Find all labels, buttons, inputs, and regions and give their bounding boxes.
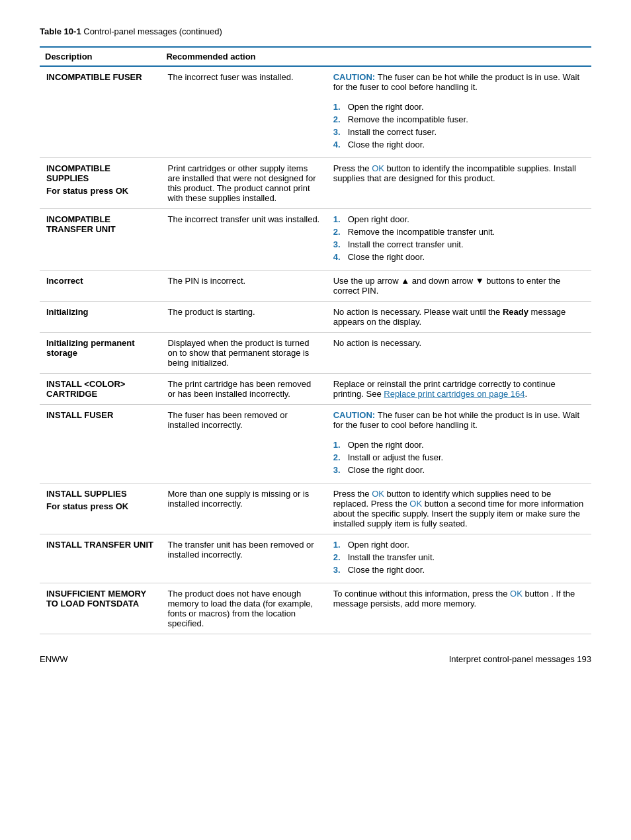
footer-left: ENWW xyxy=(40,654,68,664)
ok-ref: OK xyxy=(510,589,523,599)
step-text: Open the right door. xyxy=(348,440,424,450)
desc-label: INSUFFICIENT MEMORY TO LOAD FONTSDATA xyxy=(46,589,146,609)
step-item: 2.Remove the incompatible transfer unit. xyxy=(333,227,585,237)
col-action-header: Recommended action xyxy=(161,47,326,66)
step-number: 3. xyxy=(333,239,344,249)
table-row: IncorrectThe PIN is incorrect.Use the up… xyxy=(40,271,591,302)
table-row: INCOMPATIBLE TRANSFER UNITThe incorrect … xyxy=(40,209,591,271)
desc-sub-label: For status press OK xyxy=(46,186,154,196)
step-number: 2. xyxy=(333,452,344,462)
action-cell: Displayed when the product is turned on … xyxy=(161,333,326,374)
steps-list: 1.Open right door.2.Install the transfer… xyxy=(333,540,585,575)
table-row: INSUFFICIENT MEMORY TO LOAD FONTSDATAThe… xyxy=(40,583,591,634)
step-item: 4.Close the right door. xyxy=(333,252,585,262)
table-row: INSTALL SUPPLIESFor status press OKMore … xyxy=(40,483,591,534)
desc-sub-label: For status press OK xyxy=(46,501,154,511)
action-cell: The product does not have enough memory … xyxy=(161,583,326,634)
ok-ref-1: OK xyxy=(372,489,384,499)
desc-cell: Initializing permanent storage xyxy=(40,333,161,374)
desc-label: INSTALL <COLOR> CARTRIDGE xyxy=(46,379,125,399)
step-number: 4. xyxy=(333,140,344,149)
steps-list: 1.Open the right door.2.Install or adjus… xyxy=(333,440,585,475)
step-text: Open right door. xyxy=(348,214,409,224)
table-row: INCOMPATIBLE FUSERThe incorrect fuser wa… xyxy=(40,66,591,158)
step-text: Remove the incompatible transfer unit. xyxy=(348,227,495,237)
step-item: 2.Remove the incompatible fuser. xyxy=(333,114,585,124)
action-cell: The incorrect transfer unit was installe… xyxy=(161,209,326,271)
desc-cell: INSTALL TRANSFER UNIT xyxy=(40,534,161,583)
ok-ref-2: OK xyxy=(409,499,422,509)
desc-label: Initializing permanent storage xyxy=(46,338,135,358)
desc-cell: INCOMPATIBLE FUSER xyxy=(40,66,161,158)
step-number: 2. xyxy=(333,114,344,124)
step-item: 4.Close the right door. xyxy=(333,140,585,149)
page-footer: ENWW Interpret control-panel messages 19… xyxy=(40,654,591,664)
step-text: Remove the incompatible fuser. xyxy=(348,114,468,124)
step-item: 2.Install or adjust the fuser. xyxy=(333,452,585,462)
step-item: 3.Close the right door. xyxy=(333,565,585,575)
step-item: 2.Install the transfer unit. xyxy=(333,552,585,562)
table-row: INSTALL TRANSFER UNITThe transfer unit h… xyxy=(40,534,591,583)
step-text: Install the correct transfer unit. xyxy=(348,239,464,249)
action-cell: More than one supply is missing or is in… xyxy=(161,483,326,534)
step-number: 1. xyxy=(333,540,344,550)
step-item: 3.Install the correct fuser. xyxy=(333,127,585,137)
rec-cell: Replace or reinstall the print cartridge… xyxy=(327,374,591,405)
action-cell: The fuser has been removed or installed … xyxy=(161,405,326,483)
desc-label: INCOMPATIBLE SUPPLIES xyxy=(46,163,110,183)
bold-text: Ready xyxy=(503,307,528,317)
step-number: 2. xyxy=(333,227,344,237)
step-text: Close the right door. xyxy=(348,140,425,149)
desc-cell: INSUFFICIENT MEMORY TO LOAD FONTSDATA xyxy=(40,583,161,634)
action-cell: The PIN is incorrect. xyxy=(161,271,326,302)
step-text: Install the transfer unit. xyxy=(348,552,435,562)
rec-cell: No action is necessary. Please wait unti… xyxy=(327,302,591,333)
caution-text: CAUTION: The fuser can be hot while the … xyxy=(333,72,585,92)
desc-label: INSTALL SUPPLIES xyxy=(46,489,127,499)
page-title: Table 10-1 Control-panel messages (conti… xyxy=(40,26,591,36)
step-text: Close the right door. xyxy=(348,465,425,475)
desc-label: Initializing xyxy=(46,307,89,317)
rec-cell: To continue without this information, pr… xyxy=(327,583,591,634)
step-number: 3. xyxy=(333,465,344,475)
rec-link[interactable]: Replace print cartridges on page 164 xyxy=(384,389,525,399)
col-desc-header: Description xyxy=(40,47,161,66)
step-item: 1.Open right door. xyxy=(333,214,585,224)
step-text: Install the correct fuser. xyxy=(348,127,437,137)
desc-cell: Initializing xyxy=(40,302,161,333)
action-cell: The product is starting. xyxy=(161,302,326,333)
desc-cell: INCOMPATIBLE TRANSFER UNIT xyxy=(40,209,161,271)
desc-label: INCOMPATIBLE FUSER xyxy=(46,72,142,82)
action-cell: The print cartridge has been removed or … xyxy=(161,374,326,405)
col-rec-header xyxy=(327,47,591,66)
step-text: Close the right door. xyxy=(348,252,425,262)
desc-label: Incorrect xyxy=(46,276,83,286)
desc-label: INCOMPATIBLE TRANSFER UNIT xyxy=(46,214,116,234)
step-text: Install or adjust the fuser. xyxy=(348,452,444,462)
caution-text: CAUTION: The fuser can be hot while the … xyxy=(333,410,585,430)
steps-list: 1.Open the right door.2.Remove the incom… xyxy=(333,102,585,149)
footer-right: Interpret control-panel messages 193 xyxy=(449,654,591,664)
action-cell: The incorrect fuser was installed. xyxy=(161,66,326,158)
action-cell: The transfer unit has been removed or in… xyxy=(161,534,326,583)
table-row: INSTALL <COLOR> CARTRIDGEThe print cartr… xyxy=(40,374,591,405)
desc-cell: INSTALL FUSER xyxy=(40,405,161,483)
step-number: 3. xyxy=(333,127,344,137)
step-text: Open right door. xyxy=(348,540,409,550)
rec-cell: Use the up arrow ▲ and down arrow ▼ butt… xyxy=(327,271,591,302)
step-number: 1. xyxy=(333,214,344,224)
desc-cell: INCOMPATIBLE SUPPLIESFor status press OK xyxy=(40,158,161,209)
action-cell: Print cartridges or other supply items a… xyxy=(161,158,326,209)
table-row: InitializingThe product is starting.No a… xyxy=(40,302,591,333)
step-number: 1. xyxy=(333,102,344,112)
rec-cell: Press the OK button to identify which su… xyxy=(327,483,591,534)
table-row: INCOMPATIBLE SUPPLIESFor status press OK… xyxy=(40,158,591,209)
ok-button-ref: OK xyxy=(372,163,384,173)
desc-label: INSTALL TRANSFER UNIT xyxy=(46,540,153,550)
step-number: 1. xyxy=(333,440,344,450)
step-text: Close the right door. xyxy=(348,565,425,575)
steps-list: 1.Open right door.2.Remove the incompati… xyxy=(333,214,585,262)
step-item: 3.Close the right door. xyxy=(333,465,585,475)
desc-label: INSTALL FUSER xyxy=(46,410,113,420)
rec-cell: CAUTION: The fuser can be hot while the … xyxy=(327,66,591,158)
